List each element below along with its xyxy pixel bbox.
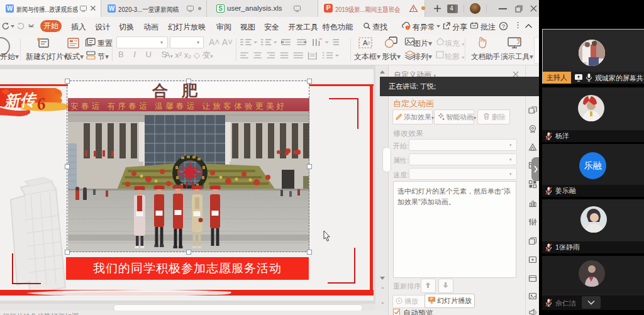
svg-text:新传: 新传	[3, 91, 38, 110]
svg-text:A: A	[363, 39, 368, 47]
svg-text:?: ?	[502, 23, 505, 30]
